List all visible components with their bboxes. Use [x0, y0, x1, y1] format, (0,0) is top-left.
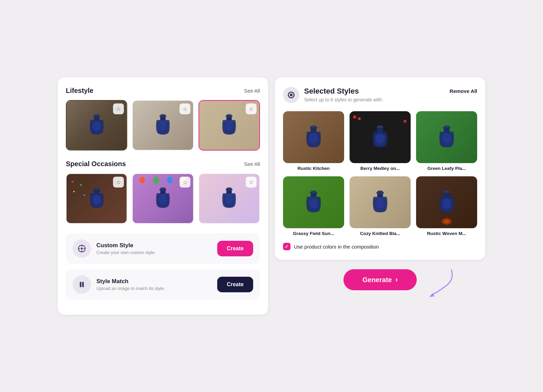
svg-point-54 [442, 198, 451, 208]
right-panel: Selected Styles Select up to 6 styles to… [275, 77, 485, 260]
svg-rect-11 [226, 117, 232, 120]
svg-rect-30 [80, 282, 81, 287]
svg-point-10 [225, 121, 233, 131]
perfume-icon [87, 113, 107, 138]
svg-rect-17 [161, 188, 165, 190]
generate-label: Generate [362, 276, 392, 284]
svg-rect-51 [377, 194, 383, 197]
svg-rect-41 [444, 125, 449, 128]
custom-style-row: Custom Style Create your own custom styl… [66, 233, 260, 264]
perfume-icon [219, 186, 239, 211]
custom-style-create-button[interactable]: Create [217, 241, 253, 256]
style-label-rustic-kitchen: Rustic Kitchen [298, 166, 330, 171]
checkmark-icon: ✓ [285, 244, 289, 249]
svg-point-50 [376, 198, 385, 208]
svg-rect-47 [311, 194, 316, 197]
remove-all-button[interactable]: Remove All [450, 87, 477, 94]
svg-rect-31 [82, 282, 84, 287]
special-occasions-section-header: Special Occasions See All [66, 160, 260, 168]
favorite-btn-lifestyle-3[interactable]: ☆ [246, 103, 257, 114]
favorite-btn-occasion-2[interactable]: ☆ [180, 177, 190, 188]
occasion-card-3[interactable]: ☆ [199, 173, 260, 224]
lifestyle-grid: ☆ ☆ [66, 100, 260, 151]
lifestyle-card-1[interactable]: ☆ [66, 100, 127, 151]
occasion-card-2[interactable]: ☆ [132, 173, 193, 224]
svg-rect-49 [378, 191, 383, 193]
style-match-title: Style Match [96, 278, 212, 285]
style-label-rustic-woven: Rustic Woven M... [427, 231, 466, 236]
favorite-btn-occasion-3[interactable]: ☆ [246, 177, 257, 188]
custom-style-svg [77, 244, 87, 253]
style-match-desc: Upload an image to match its style. [96, 286, 212, 291]
favorite-btn-lifestyle-2[interactable]: ☆ [180, 103, 190, 114]
arrow-decoration [417, 267, 458, 300]
svg-rect-39 [377, 129, 383, 132]
svg-rect-13 [94, 188, 99, 190]
style-label-berry-medley: Berry Medley on... [360, 166, 400, 171]
cozy-knitted-perfume [368, 189, 392, 216]
lifestyle-title: Lifestyle [66, 87, 93, 95]
svg-rect-55 [444, 194, 449, 197]
styles-grid: Rustic Kitchen [283, 111, 477, 236]
svg-rect-15 [94, 191, 99, 194]
svg-rect-43 [444, 129, 449, 132]
svg-point-2 [93, 121, 101, 131]
lifestyle-see-all[interactable]: See All [244, 88, 260, 94]
occasion-card-1[interactable]: ☆ [66, 173, 127, 224]
svg-point-6 [159, 121, 167, 131]
radio-dot [290, 94, 293, 96]
custom-style-desc: Create your own custom style. [96, 250, 212, 255]
lifestyle-card-2[interactable]: ☆ [132, 100, 193, 151]
perfume-icon [153, 113, 173, 138]
svg-rect-19 [160, 191, 166, 194]
selected-styles-title: Selected Styles [304, 87, 445, 96]
style-match-icon [73, 275, 91, 294]
style-item-green-leafy[interactable]: Green Leafy Pla... [416, 111, 477, 171]
svg-rect-3 [94, 117, 99, 120]
svg-rect-53 [444, 191, 449, 193]
svg-point-42 [442, 133, 451, 143]
checkbox-row: ✓ Use product colors in the composition [283, 243, 477, 250]
selected-styles-subtitle: Select up to 6 styles to generate with. [304, 97, 445, 102]
svg-point-25 [81, 248, 83, 250]
svg-point-14 [93, 195, 101, 204]
svg-rect-9 [227, 114, 231, 116]
perfume-icon [219, 113, 239, 138]
checkbox-label: Use product colors in the composition [294, 244, 379, 250]
svg-rect-23 [226, 191, 232, 194]
selected-styles-header: Selected Styles Select up to 6 styles to… [283, 87, 477, 103]
svg-rect-1 [94, 114, 99, 116]
custom-style-icon [73, 239, 91, 258]
rustic-woven-perfume [435, 189, 458, 216]
special-occasions-see-all[interactable]: See All [244, 161, 260, 167]
lifestyle-card-3[interactable]: ☆ [199, 100, 260, 151]
style-match-text: Style Match Upload an image to match its… [96, 278, 212, 291]
svg-point-18 [159, 195, 167, 204]
style-label-green-leafy: Green Leafy Pla... [427, 166, 466, 171]
perfume-icon [153, 186, 173, 211]
svg-point-34 [309, 133, 318, 143]
generate-button[interactable]: Generate › [343, 269, 417, 290]
lifestyle-section-header: Lifestyle See All [66, 87, 260, 95]
style-match-row: Style Match Upload an image to match its… [66, 269, 260, 300]
svg-rect-35 [311, 129, 316, 132]
favorite-btn-occasion-1[interactable]: ☆ [113, 177, 124, 188]
style-item-berry-medley[interactable]: Berry Medley on... [350, 111, 411, 171]
generate-arrow-icon: › [395, 275, 398, 284]
use-product-colors-checkbox[interactable]: ✓ [283, 243, 291, 250]
style-match-create-button[interactable]: Create [217, 277, 253, 292]
style-item-rustic-kitchen[interactable]: Rustic Kitchen [283, 111, 344, 171]
special-occasions-grid: ☆ [66, 173, 260, 224]
style-item-rustic-woven[interactable]: Rustic Woven M... [416, 176, 477, 236]
left-panel: Lifestyle See All ☆ [58, 77, 268, 315]
style-match-svg [77, 280, 87, 289]
svg-point-22 [225, 195, 233, 204]
style-item-cozy-knitted[interactable]: Cozy Knitted Bla... [350, 176, 411, 236]
style-item-grassy-field[interactable]: Grassy Field Sun... [283, 176, 344, 236]
favorite-btn-lifestyle-1[interactable]: ☆ [113, 103, 124, 114]
custom-style-text: Custom Style Create your own custom styl… [96, 242, 212, 255]
svg-rect-45 [311, 191, 316, 193]
custom-style-title: Custom Style [96, 242, 212, 249]
rustic-kitchen-perfume [302, 124, 325, 151]
svg-point-38 [376, 133, 385, 143]
